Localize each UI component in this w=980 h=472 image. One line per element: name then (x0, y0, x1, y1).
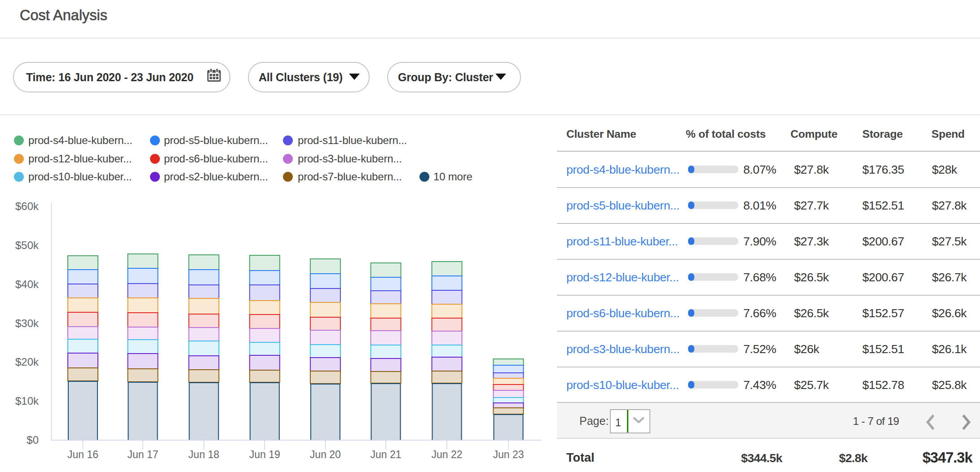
svg-text:$0: $0 (26, 434, 39, 446)
svg-text:$60k: $60k (15, 200, 39, 212)
svg-text:Jun 16: Jun 16 (67, 449, 98, 460)
svg-text:Jun 23: Jun 23 (493, 449, 524, 460)
svg-text:$20k: $20k (15, 356, 39, 368)
svg-text:Jun 18: Jun 18 (188, 449, 219, 460)
svg-text:$40k: $40k (15, 278, 39, 290)
svg-text:$10k: $10k (15, 395, 39, 407)
svg-text:Jun 21: Jun 21 (370, 449, 401, 460)
svg-text:$30k: $30k (15, 317, 39, 329)
svg-text:Jun 19: Jun 19 (249, 449, 280, 460)
svg-text:$50k: $50k (15, 239, 39, 251)
svg-text:Jun 22: Jun 22 (431, 449, 462, 460)
svg-text:Jun 17: Jun 17 (127, 449, 158, 460)
svg-text:Jun 20: Jun 20 (310, 449, 341, 460)
